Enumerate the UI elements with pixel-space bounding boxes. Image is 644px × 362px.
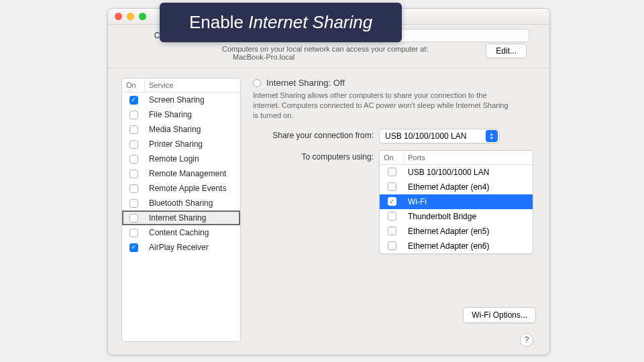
hostname-text: MacBook-Pro.local	[233, 53, 529, 61]
service-row[interactable]: Bluetooth Sharing	[122, 196, 240, 210]
service-row[interactable]: Content Caching	[122, 225, 240, 240]
port-checkbox[interactable]	[388, 212, 396, 221]
service-label: AirPlay Receiver	[145, 243, 240, 252]
service-label: Internet Sharing	[145, 213, 240, 223]
services-header: On Service	[122, 78, 240, 93]
service-checkbox[interactable]	[129, 199, 138, 208]
window-controls	[115, 13, 146, 20]
banner-prefix: Enable	[189, 12, 248, 32]
service-row[interactable]: Remote Login	[122, 152, 240, 166]
service-checkbox[interactable]	[129, 125, 138, 134]
minimize-icon[interactable]	[127, 13, 134, 20]
service-label: Media Sharing	[145, 125, 240, 134]
service-row[interactable]: File Sharing	[122, 107, 240, 122]
service-row[interactable]: Remote Apple Events	[122, 181, 240, 196]
service-row[interactable]: Printer Sharing	[122, 137, 240, 152]
close-icon[interactable]	[115, 13, 122, 20]
ports-header: On Ports	[380, 151, 533, 165]
service-checkbox[interactable]	[129, 184, 138, 193]
port-label: Wi-Fi	[404, 197, 533, 206]
service-label: Screen Sharing	[145, 95, 240, 105]
port-checkbox[interactable]	[388, 241, 396, 250]
service-label: Content Caching	[145, 228, 240, 237]
access-description: Computers on your local network can acce…	[222, 45, 529, 53]
service-row[interactable]: AirPlay Receiver	[122, 240, 240, 255]
port-row[interactable]: USB 10/100/1000 LAN	[380, 165, 533, 180]
port-label: Ethernet Adapter (en6)	[404, 241, 533, 251]
port-label: Ethernet Adapter (en4)	[404, 182, 533, 192]
service-detail: Internet Sharing: Off Internet Sharing a…	[253, 78, 536, 342]
port-label: Ethernet Adapter (en5)	[404, 227, 533, 236]
port-row[interactable]: Ethernet Adapter (en5)	[380, 224, 533, 239]
zoom-icon[interactable]	[139, 13, 146, 20]
service-row[interactable]: Media Sharing	[122, 122, 240, 137]
service-label: Remote Apple Events	[145, 184, 240, 193]
status-radio-icon[interactable]	[253, 79, 261, 87]
select-arrows-icon	[486, 130, 498, 142]
service-checkbox[interactable]	[129, 96, 138, 105]
sharing-preferences-window: Computer Name: Computers on your local n…	[107, 8, 550, 355]
service-row[interactable]: Remote Management	[122, 166, 240, 181]
wifi-options-button[interactable]: Wi-Fi Options...	[463, 307, 536, 323]
service-label: Bluetooth Sharing	[145, 198, 240, 208]
service-label: Remote Login	[145, 154, 240, 164]
port-checkbox[interactable]	[388, 182, 396, 191]
port-row[interactable]: Thunderbolt Bridge	[380, 209, 533, 224]
service-checkbox[interactable]	[129, 111, 138, 119]
ports-list: On Ports USB 10/100/1000 LANEthernet Ada…	[379, 150, 533, 254]
port-checkbox[interactable]	[388, 227, 396, 235]
port-checkbox[interactable]	[388, 197, 396, 206]
service-checkbox[interactable]	[129, 214, 138, 223]
service-checkbox[interactable]	[129, 243, 138, 252]
status-title: Internet Sharing: Off	[266, 78, 345, 88]
service-label: Remote Management	[145, 169, 240, 178]
share-from-value: USB 10/100/1000 LAN	[385, 131, 466, 141]
service-row[interactable]: Internet Sharing	[122, 210, 240, 225]
to-computers-label: To computers using:	[253, 150, 374, 162]
port-row[interactable]: Ethernet Adapter (en4)	[380, 180, 533, 194]
service-row[interactable]: Screen Sharing	[122, 93, 240, 107]
services-list: On Service Screen SharingFile SharingMed…	[121, 78, 241, 342]
service-checkbox[interactable]	[129, 140, 138, 149]
ports-col-ports: Ports	[404, 151, 533, 164]
col-service: Service	[145, 78, 240, 92]
help-button[interactable]: ?	[520, 333, 533, 347]
edit-button[interactable]: Edit...	[486, 44, 527, 58]
port-row[interactable]: Wi-Fi	[380, 194, 533, 209]
port-label: USB 10/100/1000 LAN	[404, 168, 533, 177]
service-checkbox[interactable]	[129, 170, 138, 178]
banner-emphasis: Internet Sharing	[248, 12, 372, 32]
port-label: Thunderbolt Bridge	[404, 212, 533, 221]
service-description: Internet Sharing allows other computers …	[253, 90, 515, 121]
col-on: On	[122, 78, 145, 92]
share-from-select[interactable]: USB 10/100/1000 LAN	[379, 129, 500, 143]
ports-col-on: On	[380, 151, 404, 164]
service-checkbox[interactable]	[129, 229, 138, 237]
service-label: File Sharing	[145, 110, 240, 119]
instruction-banner: Enable Internet Sharing	[160, 3, 402, 42]
service-checkbox[interactable]	[129, 155, 138, 164]
port-row[interactable]: Ethernet Adapter (en6)	[380, 239, 533, 253]
service-label: Printer Sharing	[145, 139, 240, 149]
port-checkbox[interactable]	[388, 168, 396, 176]
share-from-label: Share your connection from:	[253, 129, 374, 140]
